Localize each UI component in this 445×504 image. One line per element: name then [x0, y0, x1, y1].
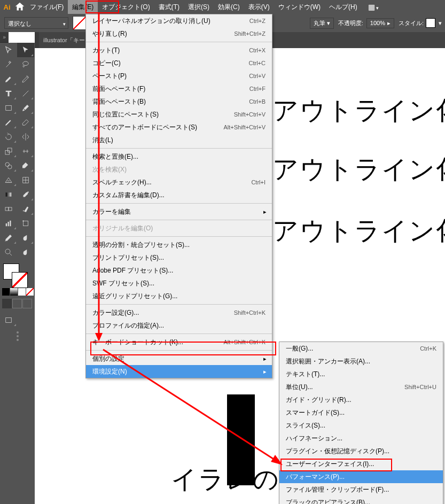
paintbrush-tool[interactable]	[17, 100, 34, 115]
draw-inside-icon[interactable]	[22, 299, 32, 308]
line-tool[interactable]	[17, 86, 34, 100]
menu-item[interactable]: プリントプリセット(S)...	[86, 251, 272, 264]
rectangle-tool[interactable]	[0, 100, 17, 115]
menu-item[interactable]: テキスト(T)...	[279, 368, 443, 381]
mesh-tool[interactable]	[17, 173, 34, 187]
column-graph-tool[interactable]	[0, 216, 17, 230]
menu-item[interactable]: ハイフネーション...	[279, 432, 443, 445]
menu-item[interactable]: 遠近グリッドプリセット(G)...	[86, 290, 272, 303]
lasso-tool[interactable]	[17, 57, 34, 72]
selection-indicator[interactable]: 選択なし	[4, 17, 68, 29]
menu-item[interactable]: 個別の設定▸	[86, 352, 272, 365]
menu-item[interactable]: 同じ位置にペースト(S)Shift+Ctrl+V	[86, 108, 272, 121]
menu-item[interactable]: スペルチェック(H)...Ctrl+I	[86, 176, 272, 189]
fill-swatch[interactable]	[73, 16, 87, 30]
pen-tool[interactable]	[0, 72, 17, 86]
style-swatch[interactable]	[426, 18, 435, 28]
stroke-color-icon[interactable]	[12, 272, 28, 288]
draw-normal-icon[interactable]	[2, 299, 12, 308]
shape-builder-tool[interactable]	[0, 158, 17, 173]
menu-item[interactable]: 検索と置換(E)...	[86, 150, 272, 163]
print-tile-tool[interactable]	[17, 245, 34, 259]
none-color-icon[interactable]	[18, 288, 26, 296]
menu-item[interactable]: ペースト(P)Ctrl+V	[86, 69, 272, 82]
menu-item[interactable]: ユーザーインターフェイス(I)...	[279, 458, 443, 470]
none-color-icon-2[interactable]	[26, 288, 34, 296]
menu-item[interactable]: スライス(S)...	[279, 419, 443, 432]
scale-tool[interactable]	[0, 144, 17, 158]
menu-item[interactable]: カスタム辞書を編集(D)...	[86, 189, 272, 201]
menu-item[interactable]: スマートガイド(S)...	[279, 406, 443, 419]
slice-tool[interactable]	[0, 230, 17, 245]
menu-effect[interactable]: 効果(C)	[214, 0, 244, 14]
menu-item[interactable]: ブラックのアピアランス(B)...	[279, 496, 443, 504]
menu-item: オリジナルを編集(O)	[86, 222, 272, 235]
menu-item[interactable]: コピー(C)Ctrl+C	[86, 57, 272, 69]
panel-collapse-icon[interactable]: »	[0, 32, 9, 43]
zoom-tool[interactable]	[0, 245, 17, 259]
magic-wand-tool[interactable]	[0, 57, 17, 72]
opacity-value[interactable]: 100%▸	[366, 18, 394, 28]
hand-tool[interactable]	[17, 230, 34, 245]
eyedropper-tool[interactable]	[17, 187, 34, 201]
brush-preset[interactable]: 丸筆▾	[310, 18, 334, 29]
menu-item[interactable]: やり直し(R)Shift+Ctrl+Z	[86, 27, 272, 40]
menu-item[interactable]: カラー設定(G)...Shift+Ctrl+K	[86, 306, 272, 319]
menu-item[interactable]: プラグイン・仮想記憶ディスク(P)...	[279, 445, 443, 458]
type-tool[interactable]	[0, 86, 17, 100]
draw-behind-icon[interactable]	[12, 299, 22, 308]
gradient-tool[interactable]	[0, 187, 17, 201]
menu-object[interactable]: オブジェクト(O)	[98, 0, 154, 14]
artboard-tool[interactable]	[17, 216, 34, 230]
solid-color-icon[interactable]	[2, 288, 10, 296]
selection-tool[interactable]	[0, 43, 17, 57]
toolbar-grip[interactable]	[0, 331, 35, 341]
submenu-arrow-icon: ▸	[263, 368, 267, 375]
rotate-tool[interactable]	[0, 129, 17, 144]
gradient-color-icon[interactable]	[10, 288, 18, 296]
menu-item[interactable]: ガイド・グリッド(R)...	[279, 393, 443, 406]
menu-item[interactable]: キーボードショートカット(K)...Alt+Shift+Ctrl+K	[86, 336, 272, 348]
symbol-sprayer-tool[interactable]	[17, 201, 34, 216]
svg-rect-11	[5, 207, 9, 211]
curvature-tool[interactable]	[17, 72, 34, 86]
menu-item[interactable]: SWF プリセット(S)...	[86, 277, 272, 290]
menu-file[interactable]: ファイル(F)	[26, 0, 68, 14]
menu-item[interactable]: 選択範囲・アンカー表示(A)...	[279, 355, 443, 368]
reflect-tool[interactable]	[17, 129, 34, 144]
perspective-grid-tool[interactable]	[0, 173, 17, 187]
menu-item[interactable]: 背面へペースト(B)Ctrl+B	[86, 95, 272, 108]
blend-tool[interactable]	[0, 201, 17, 216]
menu-item[interactable]: 単位(U)...Shift+Ctrl+U	[279, 381, 443, 393]
menu-item[interactable]: 透明の分割・統合プリセット(S)...	[86, 238, 272, 251]
direct-selection-tool[interactable]	[17, 43, 34, 57]
home-icon[interactable]	[14, 0, 26, 14]
menu-item[interactable]: プロファイルの指定(A)...	[86, 319, 272, 332]
menu-item[interactable]: Adobe PDF プリセット(S)...	[86, 264, 272, 277]
menu-item[interactable]: カット(T)Ctrl+X	[86, 44, 272, 57]
menu-item[interactable]: 消去(L)	[86, 134, 272, 146]
menu-help[interactable]: ヘルプ(H)	[325, 0, 362, 14]
pencil-tool[interactable]	[0, 115, 17, 129]
menu-item[interactable]: パフォーマンス(P)...	[279, 470, 443, 483]
tab-handle[interactable]	[35, 32, 39, 48]
workspace-switcher-icon[interactable]: ▦▾	[365, 0, 382, 14]
menu-item[interactable]: 前面へペースト(F)Ctrl+F	[86, 82, 272, 95]
screen-mode-button[interactable]	[0, 313, 17, 327]
menu-item[interactable]: 環境設定(N)▸	[86, 365, 272, 378]
menu-select[interactable]: 選択(S)	[184, 0, 214, 14]
eraser-tool[interactable]	[17, 115, 34, 129]
menu-item[interactable]: カラーを編集▸	[86, 205, 272, 218]
menu-item[interactable]: レイヤーパネルオプションの取り消し(U)Ctrl+Z	[86, 14, 272, 27]
menu-item[interactable]: 一般(G)...Ctrl+K	[279, 342, 443, 355]
menu-item[interactable]: ファイル管理・クリップボード(F)...	[279, 483, 443, 496]
menu-view[interactable]: 表示(V)	[244, 0, 274, 14]
width-tool[interactable]	[17, 144, 34, 158]
app-badge: Ai	[0, 0, 14, 14]
menu-window[interactable]: ウィンドウ(W)	[274, 0, 325, 14]
menu-format[interactable]: 書式(T)	[154, 0, 184, 14]
fill-stroke-control[interactable]	[0, 261, 35, 287]
live-paint-tool[interactable]	[17, 158, 34, 173]
menu-edit[interactable]: 編集(E)	[68, 0, 98, 14]
menu-item[interactable]: すべてのアートボードにペースト(S)Alt+Shift+Ctrl+V	[86, 121, 272, 134]
